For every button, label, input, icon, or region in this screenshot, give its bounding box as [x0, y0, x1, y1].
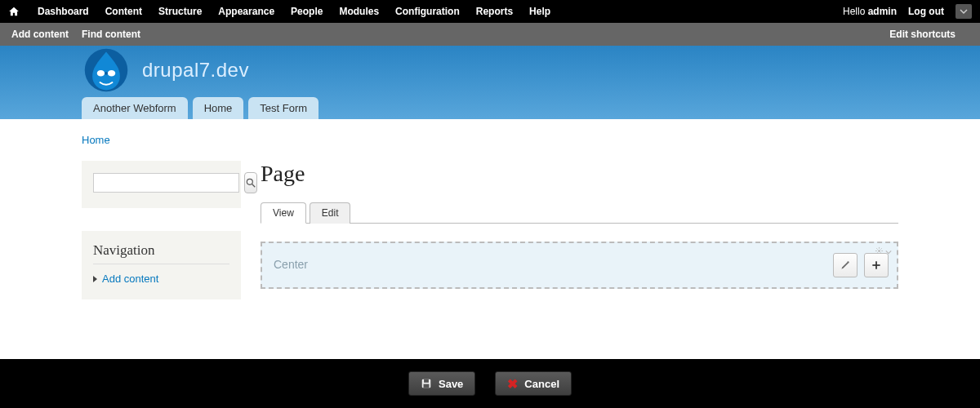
tab-view[interactable]: View — [261, 202, 306, 224]
header-region: drupal7.dev Another Webform Home Test Fo… — [0, 46, 980, 119]
search-button[interactable] — [244, 172, 257, 193]
svg-line-11 — [876, 248, 877, 249]
admin-menu-people[interactable]: People — [283, 0, 331, 23]
admin-menu-structure[interactable]: Structure — [150, 0, 210, 23]
svg-point-4 — [247, 179, 252, 184]
paintbrush-icon — [840, 259, 851, 271]
main-menu-home[interactable]: Home — [193, 97, 244, 119]
page-title: Page — [261, 161, 898, 187]
home-icon[interactable] — [8, 6, 20, 17]
nav-add-content-link[interactable]: Add content — [102, 273, 158, 285]
navigation-block: Navigation Add content — [82, 231, 241, 299]
svg-point-6 — [878, 250, 880, 252]
edit-shortcuts-link[interactable]: Edit shortcuts — [889, 29, 956, 40]
logout-link[interactable]: Log out — [908, 6, 944, 17]
site-name[interactable]: drupal7.dev — [142, 59, 249, 82]
shortcut-add-content[interactable]: Add content — [11, 29, 69, 40]
admin-menu-content[interactable]: Content — [97, 0, 150, 23]
navigation-title: Navigation — [93, 242, 229, 264]
svg-line-5 — [252, 184, 256, 188]
admin-menu-dashboard[interactable]: Dashboard — [29, 0, 97, 23]
svg-point-2 — [108, 70, 115, 77]
svg-point-3 — [105, 72, 108, 75]
hello-text: Hello admin — [843, 6, 897, 17]
triangle-right-icon — [93, 276, 97, 282]
main-menu-test-form[interactable]: Test Form — [248, 97, 318, 119]
search-block — [82, 161, 241, 208]
panel-style-button[interactable] — [833, 253, 858, 277]
admin-menu-configuration[interactable]: Configuration — [387, 0, 468, 23]
breadcrumb-home[interactable]: Home — [82, 134, 110, 146]
nav-item-add-content[interactable]: Add content — [93, 273, 229, 285]
panel-actions — [833, 253, 889, 277]
region-label: Center — [274, 258, 308, 271]
svg-line-14 — [880, 248, 881, 249]
drupal-logo-icon[interactable] — [82, 46, 131, 95]
shortcut-find-content[interactable]: Find content — [82, 29, 140, 40]
toolbar-toggle[interactable] — [956, 4, 972, 19]
svg-point-1 — [97, 70, 105, 77]
search-icon — [245, 177, 256, 188]
panel-add-button[interactable] — [864, 253, 889, 277]
admin-menu-help[interactable]: Help — [521, 0, 559, 23]
admin-menu-modules[interactable]: Modules — [331, 0, 387, 23]
search-input[interactable] — [93, 173, 239, 193]
admin-menu-reports[interactable]: Reports — [468, 0, 521, 23]
site-branding: drupal7.dev — [82, 46, 898, 95]
panel-region-center[interactable]: Center — [261, 242, 898, 289]
svg-point-15 — [847, 261, 849, 263]
admin-menu: Dashboard Content Structure Appearance P… — [29, 0, 559, 23]
plus-icon — [871, 259, 882, 271]
admin-toolbar: Dashboard Content Structure Appearance P… — [0, 0, 980, 23]
main-menu-another-webform[interactable]: Another Webform — [82, 97, 188, 119]
tab-edit[interactable]: Edit — [310, 202, 351, 224]
shortcut-toolbar: Add content Find content Edit shortcuts — [0, 23, 980, 46]
local-tabs: View Edit — [261, 202, 898, 224]
breadcrumb: Home — [82, 119, 898, 146]
admin-menu-appearance[interactable]: Appearance — [210, 0, 283, 23]
sidebar: Navigation Add content — [82, 161, 241, 322]
main-column: Page View Edit Center — [261, 161, 898, 322]
main-menu: Another Webform Home Test Form — [82, 97, 318, 119]
